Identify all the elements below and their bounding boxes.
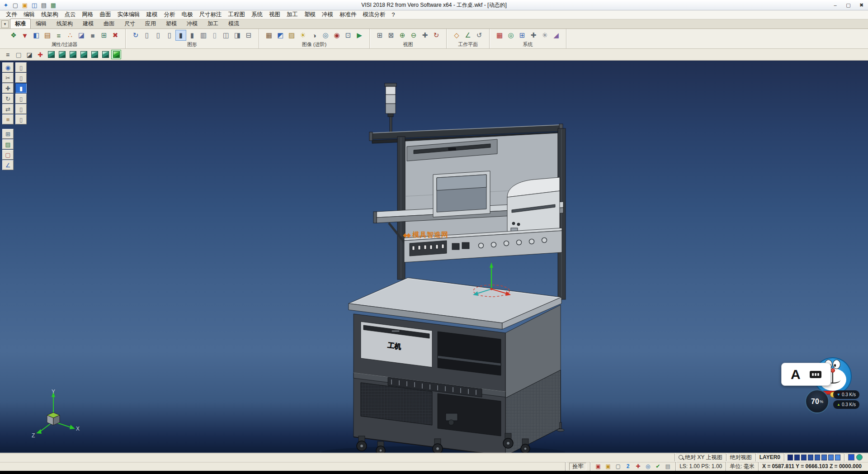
color-filter-icon[interactable]: ◧ (31, 30, 42, 41)
menu-item[interactable]: 曲面 (97, 10, 114, 19)
pan-view-icon[interactable]: ✚ (420, 30, 430, 41)
menu-item[interactable]: 编辑 (20, 10, 38, 19)
menu-item[interactable]: 线架构 (38, 10, 61, 19)
layer-filter-icon[interactable]: ▤ (42, 30, 53, 41)
surface-filter-icon[interactable]: ◪ (76, 30, 87, 41)
iso-view-cube-icon[interactable] (46, 50, 56, 59)
globe-blue-icon[interactable]: ◎ (644, 463, 652, 470)
image-icon[interactable]: ▣ (604, 463, 612, 470)
scale-cell[interactable]: LS: 1.00 PS: 1.00 (675, 462, 726, 471)
new-window-icon[interactable]: ▢ (14, 50, 24, 59)
ribbon-tab[interactable]: 建模 (78, 19, 99, 28)
workplane-xy-icon[interactable]: ◇ (451, 30, 462, 41)
shaded-edges-cylinder-icon[interactable]: ▥ (198, 30, 209, 41)
check-green-icon[interactable]: ✔ (654, 463, 662, 470)
globe-icon[interactable]: ◎ (505, 30, 516, 41)
menu-item[interactable]: 冲模 (319, 10, 336, 19)
mode-2d-icon[interactable]: 2 (624, 463, 632, 470)
workbench-model[interactable]: 工机 (349, 83, 566, 453)
zoom-in-icon[interactable]: ⊕ (397, 30, 408, 41)
axes-origin-icon[interactable]: ✚ (35, 50, 45, 59)
view-mode-cell[interactable]: 绝对 XY 上视图 (675, 453, 726, 461)
lock-toggle-cell[interactable]: 拴牢 (565, 462, 590, 471)
memory-ball-widget[interactable]: 70% (805, 389, 829, 413)
active-color-icon[interactable] (848, 454, 854, 460)
depth-color-scale[interactable] (784, 453, 844, 461)
render-quality-icon[interactable]: ⊟ (243, 30, 254, 41)
texture-icon[interactable]: ▨ (286, 30, 297, 41)
back-view-cube-icon[interactable] (79, 50, 89, 59)
trim-icon[interactable]: ✂ (2, 73, 14, 83)
highlight-edges-icon[interactable]: ◨ (232, 30, 243, 41)
menu-item[interactable]: 分析 (161, 10, 179, 19)
ribbon-tab[interactable]: 编辑 (31, 19, 52, 28)
minimize-button[interactable]: – (829, 0, 842, 10)
section-view-icon[interactable]: ◫ (221, 30, 231, 41)
connection-status-icon[interactable] (856, 454, 863, 460)
left-view-cube-icon[interactable] (90, 50, 99, 59)
tool-red-icon[interactable]: ✚ (634, 463, 642, 470)
archive-icon[interactable]: ▯ (15, 104, 27, 114)
new-file-icon[interactable]: ▢ (11, 1, 19, 9)
offset-icon[interactable]: ≡ (2, 114, 14, 124)
open-file-icon[interactable]: ▣ (21, 1, 29, 9)
solid-filter-icon[interactable]: ■ (87, 30, 98, 41)
ribbon-tab[interactable]: 尺寸 (119, 19, 140, 28)
layers-gray-icon[interactable]: ▤ (664, 463, 672, 470)
ribbon-tab[interactable]: 标准 (10, 19, 31, 28)
materials-icon[interactable]: ◩ (275, 30, 286, 41)
menu-item[interactable]: 尺寸标注 (196, 10, 225, 19)
sparkle-icon[interactable]: ✳ (539, 30, 550, 41)
shadow-icon[interactable]: ◑ (309, 30, 320, 41)
menu-item[interactable]: 点云 (61, 10, 79, 19)
grid-settings-icon[interactable]: ⊞ (517, 30, 528, 41)
menu-item[interactable]: 加工 (283, 10, 301, 19)
notepad-icon[interactable]: ▮ (15, 83, 27, 93)
snap-settings-icon[interactable]: ✚ (528, 30, 539, 41)
menu-item[interactable]: 视图 (266, 10, 283, 19)
filter-funnel-icon[interactable]: ▼ (19, 30, 30, 41)
ribbon-tab[interactable]: 曲面 (99, 19, 119, 28)
display-icon[interactable]: ▢ (614, 463, 622, 470)
color-table-icon[interactable]: ▦ (494, 30, 505, 41)
zoom-extents-icon[interactable]: ⊠ (386, 30, 396, 41)
layer-cell[interactable]: LAYER0 (755, 453, 784, 461)
render-image-icon[interactable]: ◉ (331, 30, 342, 41)
transparent-cylinder-icon[interactable]: ▯ (209, 30, 220, 41)
clipboard-icon[interactable]: ▯ (15, 73, 27, 83)
absolute-view-cell[interactable]: 绝对视图 (726, 453, 755, 461)
ribbon-tab[interactable]: 冲模 (182, 19, 203, 28)
lighting-icon[interactable]: ☀ (297, 30, 308, 41)
capture-icon[interactable]: ▣ (594, 463, 602, 470)
menu-item[interactable]: ? (389, 11, 398, 19)
workplane-entity-icon[interactable]: ∠ (462, 30, 473, 41)
menu-item[interactable]: 工程图 (225, 10, 249, 19)
print-icon[interactable]: ▤ (40, 1, 48, 9)
menu-item[interactable]: 系统 (248, 10, 266, 19)
tab-overflow-button[interactable]: ▼ (1, 20, 9, 28)
menu-item[interactable]: 塑模 (301, 10, 319, 19)
hidden-line-cylinder-icon[interactable]: ▯ (153, 30, 164, 41)
menu-item[interactable]: 实体编辑 (114, 10, 143, 19)
document-icon[interactable]: ▯ (15, 94, 27, 104)
shading-settings-icon[interactable]: ▦ (264, 30, 274, 41)
workplane-reset-icon[interactable]: ↺ (474, 30, 485, 41)
front-view-cube-icon[interactable] (68, 50, 78, 59)
slope-analysis-icon[interactable]: ◢ (551, 30, 561, 41)
menu-icon[interactable]: ≡ (3, 50, 13, 59)
mirror-icon[interactable]: ⇄ (2, 104, 14, 114)
clear-filter-icon[interactable]: ✖ (110, 30, 121, 41)
rotate-icon[interactable]: ↻ (2, 94, 14, 104)
menu-item[interactable]: 建模 (143, 10, 161, 19)
top-view-cube-icon[interactable] (57, 50, 67, 59)
ribbon-tab[interactable]: 模流 (223, 19, 244, 28)
rotate-view-icon[interactable]: ↻ (431, 30, 442, 41)
dashed-hidden-cylinder-icon[interactable]: ▯ (164, 30, 175, 41)
move-icon[interactable]: ✚ (2, 83, 14, 93)
delete-icon[interactable]: ▢ (2, 150, 14, 160)
solid-view-icon[interactable]: ◪ (24, 50, 34, 59)
measure-icon[interactable]: ∠ (2, 160, 14, 170)
ime-mode-indicator[interactable]: A (791, 368, 801, 381)
input-method-bar[interactable]: A (781, 363, 831, 386)
point-filter-icon[interactable]: ∴ (65, 30, 75, 41)
